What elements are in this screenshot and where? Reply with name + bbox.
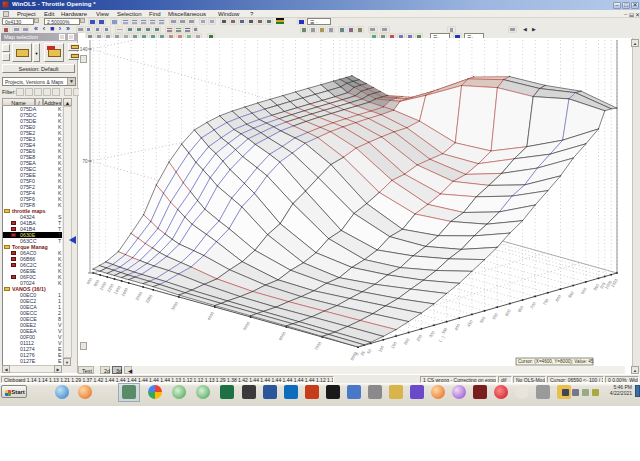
svg-text:850: 850 xyxy=(567,290,575,299)
svg-text:100: 100 xyxy=(377,344,385,353)
svg-text:Cursor: (X=4600, Y=8000); Valu: Cursor: (X=4600, Y=8000); Value: 45 xyxy=(518,359,594,364)
svg-text:150: 150 xyxy=(390,340,398,349)
svg-text:350: 350 xyxy=(441,326,449,335)
svg-text:3000: 3000 xyxy=(170,300,179,311)
svg-text:600: 600 xyxy=(504,308,512,317)
svg-text:2280: 2280 xyxy=(144,293,153,304)
svg-text:50: 50 xyxy=(366,348,373,355)
svg-text:5000: 5000 xyxy=(242,320,251,331)
svg-text:70: 70 xyxy=(82,159,88,164)
svg-text:250: 250 xyxy=(415,333,423,342)
svg-text:7000: 7000 xyxy=(313,340,322,351)
svg-text:1023: 1023 xyxy=(610,277,619,288)
svg-text:400: 400 xyxy=(453,322,461,331)
svg-text:200: 200 xyxy=(403,337,411,346)
svg-text:6000: 6000 xyxy=(278,330,287,341)
svg-text:300: 300 xyxy=(428,330,436,339)
svg-text:4000: 4000 xyxy=(206,310,215,321)
svg-text:900: 900 xyxy=(580,286,588,295)
svg-text:550: 550 xyxy=(491,311,499,320)
svg-text:800: 800 xyxy=(554,293,562,302)
svg-text:2000: 2000 xyxy=(134,290,143,301)
svg-text:750: 750 xyxy=(542,297,550,306)
svg-text:500: 500 xyxy=(479,315,487,324)
svg-text:140: 140 xyxy=(80,47,88,52)
svg-text:700: 700 xyxy=(529,301,537,310)
svg-text:450: 450 xyxy=(466,319,474,328)
svg-text:650: 650 xyxy=(517,304,525,313)
